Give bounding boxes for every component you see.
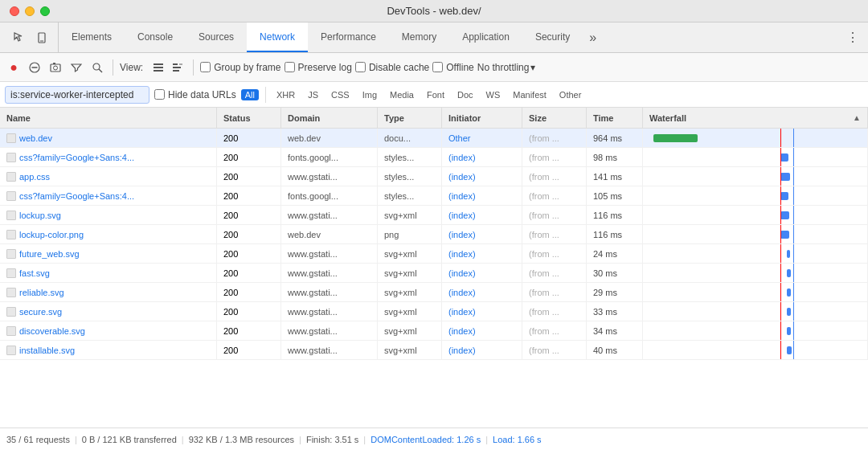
file-icon	[6, 268, 16, 278]
cell-waterfall	[643, 167, 868, 186]
table-row[interactable]: css?family=Google+Sans:4... 200 fonts.go…	[0, 148, 868, 167]
column-size[interactable]: Size	[522, 108, 587, 128]
cell-type: svg+xml	[378, 321, 442, 340]
more-tabs-button[interactable]: »	[583, 22, 603, 52]
view-waterfall-button[interactable]	[169, 59, 186, 76]
cell-time: 98 ms	[587, 148, 643, 166]
filter-doc-button[interactable]: Doc	[453, 88, 477, 101]
offline-label[interactable]: Offline	[432, 62, 473, 73]
tab-console[interactable]: Console	[125, 22, 186, 52]
screenshot-button[interactable]	[47, 59, 64, 76]
tab-network[interactable]: Network	[247, 22, 308, 52]
cell-initiator: (index)	[442, 244, 522, 263]
cell-type: svg+xml	[378, 283, 442, 301]
view-list-button[interactable]	[149, 59, 167, 76]
select-element-icon[interactable]	[10, 28, 29, 47]
filter-img-button[interactable]: Img	[358, 88, 381, 101]
filter-manifest-button[interactable]: Manifest	[509, 88, 551, 101]
table-row[interactable]: fast.svg 200 www.gstati... svg+xml (inde…	[0, 264, 868, 283]
table-row[interactable]: secure.svg 200 www.gstati... svg+xml (in…	[0, 302, 868, 321]
svg-rect-11	[154, 70, 163, 72]
preserve-log-label[interactable]: Preserve log	[285, 62, 352, 73]
cell-name: app.css	[0, 167, 217, 186]
cell-initiator: (index)	[442, 302, 522, 321]
cell-name: lockup-color.png	[0, 225, 217, 243]
filter-all-button[interactable]: All	[241, 89, 259, 100]
cell-size: (from ...	[522, 206, 587, 224]
cell-domain: fonts.googl...	[281, 148, 378, 166]
cell-status: 200	[217, 186, 281, 205]
column-domain[interactable]: Domain	[281, 108, 378, 128]
filter-media-button[interactable]: Media	[386, 88, 418, 101]
filter-icon[interactable]	[68, 59, 85, 76]
tab-application[interactable]: Application	[449, 22, 522, 52]
filter-ws-button[interactable]: WS	[482, 88, 505, 101]
cell-name: web.dev	[0, 129, 217, 147]
cell-initiator: (index)	[442, 341, 522, 359]
tab-elements[interactable]: Elements	[59, 22, 125, 52]
tab-security[interactable]: Security	[522, 22, 583, 52]
disable-cache-checkbox[interactable]	[355, 62, 366, 72]
maximize-button[interactable]	[40, 6, 50, 16]
group-by-frame-checkbox[interactable]	[200, 62, 211, 72]
column-initiator[interactable]: Initiator	[442, 108, 522, 128]
tab-performance[interactable]: Performance	[308, 22, 389, 52]
svg-rect-12	[173, 63, 178, 65]
column-type[interactable]: Type	[378, 108, 442, 128]
close-button[interactable]	[10, 6, 19, 16]
cell-waterfall	[643, 264, 868, 282]
filter-input[interactable]	[5, 86, 149, 104]
column-status[interactable]: Status	[217, 108, 281, 128]
resources-size: 932 KB / 1.3 MB resources	[189, 435, 294, 444]
requests-count: 35 / 61 requests	[6, 435, 70, 444]
tab-sources[interactable]: Sources	[186, 22, 247, 52]
cell-initiator: (index)	[442, 186, 522, 205]
cell-size: (from ...	[522, 148, 587, 166]
filter-xhr-button[interactable]: XHR	[272, 88, 299, 101]
cell-domain: www.gstati...	[281, 206, 378, 224]
throttle-select[interactable]: No throttling ▾	[477, 62, 536, 73]
table-row[interactable]: css?family=Google+Sans:4... 200 fonts.go…	[0, 186, 868, 206]
hide-data-urls-checkbox[interactable]	[154, 89, 165, 100]
column-name[interactable]: Name	[0, 108, 217, 128]
cell-size: (from ...	[522, 244, 587, 263]
table-row[interactable]: discoverable.svg 200 www.gstati... svg+x…	[0, 321, 868, 341]
preserve-log-checkbox[interactable]	[285, 62, 295, 72]
table-row[interactable]: web.dev 200 web.dev docu... Other (from …	[0, 129, 868, 148]
table-row[interactable]: lockup-color.png 200 web.dev png (index)…	[0, 225, 868, 244]
table-row[interactable]: app.css 200 www.gstati... styles... (ind…	[0, 167, 868, 186]
tab-memory[interactable]: Memory	[389, 22, 449, 52]
filter-js-button[interactable]: JS	[304, 88, 322, 101]
devtools-menu-button[interactable]: ⋮	[838, 22, 868, 52]
cell-status: 200	[217, 341, 281, 359]
cell-waterfall	[643, 321, 868, 340]
filter-css-button[interactable]: CSS	[327, 88, 354, 101]
filter-other-button[interactable]: Other	[555, 88, 586, 101]
search-button[interactable]	[88, 59, 106, 76]
disable-cache-label[interactable]: Disable cache	[355, 62, 429, 73]
device-toolbar-icon[interactable]	[32, 28, 51, 47]
cell-type: svg+xml	[378, 341, 442, 359]
cell-waterfall	[643, 148, 868, 166]
group-by-frame-label[interactable]: Group by frame	[200, 62, 280, 73]
cell-time: 116 ms	[587, 225, 643, 243]
svg-line-8	[99, 69, 102, 72]
column-time[interactable]: Time	[587, 108, 643, 128]
minimize-button[interactable]	[25, 6, 35, 16]
offline-checkbox[interactable]	[432, 62, 443, 72]
table-row[interactable]: reliable.svg 200 www.gstati... svg+xml (…	[0, 283, 868, 302]
filter-font-button[interactable]: Font	[423, 88, 448, 101]
cell-initiator: (index)	[442, 148, 522, 166]
table-row[interactable]: installable.svg 200 www.gstati... svg+xm…	[0, 341, 868, 360]
stop-recording-button[interactable]	[26, 59, 43, 76]
cell-status: 200	[217, 206, 281, 224]
cell-initiator: (index)	[442, 206, 522, 224]
cell-name: css?family=Google+Sans:4...	[0, 148, 217, 166]
file-icon	[6, 307, 16, 317]
column-waterfall[interactable]: Waterfall ▲	[643, 108, 868, 128]
table-row[interactable]: lockup.svg 200 www.gstati... svg+xml (in…	[0, 206, 868, 225]
record-button[interactable]: ●	[5, 59, 23, 76]
hide-data-urls-label[interactable]: Hide data URLs	[154, 89, 236, 100]
cell-type: styles...	[378, 167, 442, 186]
table-row[interactable]: future_web.svg 200 www.gstati... svg+xml…	[0, 244, 868, 264]
